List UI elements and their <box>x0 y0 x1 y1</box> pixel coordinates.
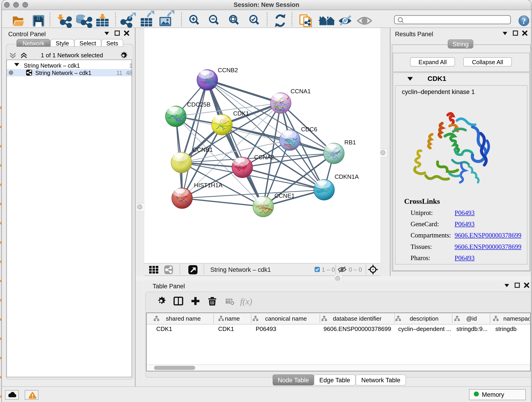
svg-text:CDKN1A: CDKN1A <box>335 173 359 180</box>
svg-text:CDK1: CDK1 <box>233 110 249 117</box>
svg-text:RB1: RB1 <box>344 139 356 146</box>
svg-text:?: ? <box>522 17 526 26</box>
svg-text:CDC6: CDC6 <box>301 126 317 133</box>
svg-text:0 – 0: 0 – 0 <box>349 266 362 273</box>
svg-text:namespace: namespace <box>503 315 530 322</box>
svg-text:@id: @id <box>466 315 477 322</box>
svg-text:canonical name: canonical name <box>265 315 307 322</box>
svg-text:name: name <box>225 315 240 322</box>
svg-text:HIST1H1A: HIST1H1A <box>194 182 223 189</box>
svg-text:database identifier: database identifier <box>333 315 382 322</box>
svg-text:CCNA1: CCNA1 <box>291 88 311 95</box>
svg-text:description: description <box>410 315 438 322</box>
svg-text:String Network – cdk1: String Network – cdk1 <box>210 266 271 273</box>
svg-text:CCNB1: CCNB1 <box>193 146 213 153</box>
svg-text:CCNE1: CCNE1 <box>274 192 295 199</box>
svg-text:CCNA2: CCNA2 <box>254 154 274 161</box>
svg-text:CCNB2: CCNB2 <box>218 67 238 74</box>
svg-text:1 – 0: 1 – 0 <box>322 266 335 273</box>
svg-text:CDC25B: CDC25B <box>187 101 210 108</box>
svg-text:shared name: shared name <box>166 315 201 322</box>
svg-text:f(x): f(x) <box>240 297 252 306</box>
